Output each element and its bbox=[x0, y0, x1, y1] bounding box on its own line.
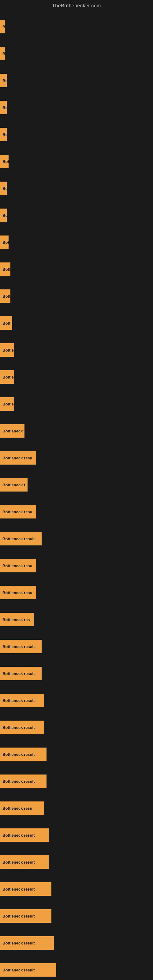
bar-label: Bottleneck result bbox=[0, 936, 54, 950]
bar-label: Bottleneck resu bbox=[0, 451, 36, 465]
bar-row: B bbox=[0, 13, 153, 40]
bar-label: Bot bbox=[0, 155, 9, 168]
bar-row: Bott bbox=[0, 256, 153, 283]
bar-row: Bottleneck result bbox=[0, 956, 153, 980]
bar-row: Bottleneck result bbox=[0, 660, 153, 687]
bar-row: Bottleneck resu bbox=[0, 579, 153, 606]
bar-label: Bottle bbox=[0, 397, 14, 411]
bar-label: Bottleneck result bbox=[0, 748, 46, 761]
bar-label: Bottle bbox=[0, 370, 14, 384]
bar-row: Bo bbox=[0, 202, 153, 229]
bar-label: Bo bbox=[0, 101, 7, 114]
bar-label: Bottleneck res bbox=[0, 613, 33, 626]
bar-label: Bottleneck result bbox=[0, 721, 44, 734]
bar-row: Bo bbox=[0, 175, 153, 202]
bar-label: B bbox=[0, 47, 5, 60]
bar-label: Bottleneck result bbox=[0, 532, 41, 546]
bar-row: Bottleneck result bbox=[0, 875, 153, 902]
bar-row: Bottleneck r bbox=[0, 471, 153, 498]
bar-label: Bottle bbox=[0, 343, 14, 357]
bar-row: Bottle bbox=[0, 364, 153, 390]
bar-label: Bottleneck result bbox=[0, 855, 49, 869]
bar-row: Bottleneck result bbox=[0, 849, 153, 875]
bar-label: Bottleneck result bbox=[0, 775, 46, 788]
bars-container: BBBoBoBoBotBoBoBotBottBottBottlBottleBot… bbox=[0, 13, 153, 980]
bar-row: Bot bbox=[0, 229, 153, 256]
bar-row: Bottleneck result bbox=[0, 687, 153, 714]
bar-label: Bottleneck result bbox=[0, 667, 41, 680]
site-title: TheBottlenecker.com bbox=[0, 0, 153, 13]
bar-row: Bottleneck result bbox=[0, 929, 153, 956]
bar-label: Bottleneck bbox=[0, 424, 24, 438]
bar-row: Bottle bbox=[0, 337, 153, 364]
bar-row: Bottleneck result bbox=[0, 902, 153, 929]
bar-label: Bottleneck resu bbox=[0, 559, 36, 573]
bar-row: Bottleneck result bbox=[0, 633, 153, 660]
bar-label: Bottleneck r bbox=[0, 478, 27, 492]
bar-row: Bottle bbox=[0, 390, 153, 417]
bar-row: Bottleneck result bbox=[0, 822, 153, 849]
bar-label: Bottleneck resu bbox=[0, 505, 36, 519]
bar-label: Bo bbox=[0, 208, 7, 222]
bar-label: Bo bbox=[0, 181, 7, 195]
bar-row: Bottleneck result bbox=[0, 525, 153, 552]
bar-row: Bottleneck resu bbox=[0, 552, 153, 579]
bar-label: Bott bbox=[0, 262, 10, 276]
bar-row: Bottleneck res bbox=[0, 606, 153, 633]
bar-label: Bottleneck result bbox=[0, 694, 44, 707]
bar-row: Bottleneck result bbox=[0, 768, 153, 795]
bar-label: Bottleneck resu bbox=[0, 802, 44, 815]
bar-label: Bo bbox=[0, 128, 7, 141]
bar-label: Bottleneck result bbox=[0, 829, 49, 842]
bar-row: Bottleneck resu bbox=[0, 795, 153, 822]
bar-row: Bottleneck resu bbox=[0, 498, 153, 525]
bar-label: Bottleneck resu bbox=[0, 586, 36, 599]
bar-label: Bottleneck result bbox=[0, 640, 41, 653]
bar-label: Bo bbox=[0, 74, 7, 87]
bar-row: Bo bbox=[0, 67, 153, 94]
bar-label: Bottleneck result bbox=[0, 909, 51, 923]
bar-row: Bot bbox=[0, 148, 153, 175]
bar-row: Bo bbox=[0, 94, 153, 121]
bar-label: Bottleneck result bbox=[0, 882, 51, 896]
bar-row: Bottleneck result bbox=[0, 741, 153, 768]
bar-row: B bbox=[0, 40, 153, 67]
bar-row: Bottleneck resu bbox=[0, 444, 153, 471]
bar-row: Bottl bbox=[0, 310, 153, 337]
bar-row: Bottleneck result bbox=[0, 714, 153, 741]
bar-label: Bot bbox=[0, 235, 9, 249]
bar-row: Bo bbox=[0, 121, 153, 148]
bar-label: Bottleneck result bbox=[0, 963, 56, 977]
bar-row: Bottleneck bbox=[0, 417, 153, 444]
bar-label: B bbox=[0, 20, 5, 33]
bar-label: Bottl bbox=[0, 317, 12, 330]
bar-row: Bott bbox=[0, 283, 153, 310]
bar-label: Bott bbox=[0, 290, 10, 303]
